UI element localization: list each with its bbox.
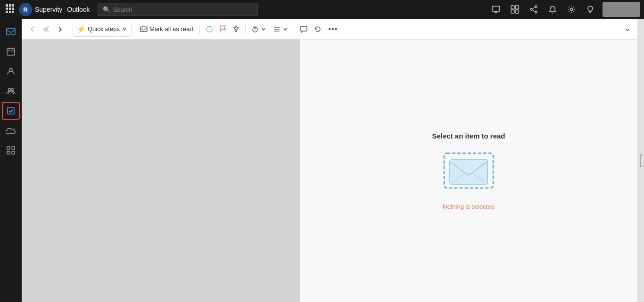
mark-read-icon xyxy=(140,25,148,33)
more-button[interactable]: ••• xyxy=(325,22,340,37)
top-bar: R Supervity Outlook 🔍 xyxy=(0,0,644,19)
bell-icon-btn[interactable] xyxy=(544,1,561,18)
profile-button[interactable] xyxy=(603,2,640,17)
sidebar xyxy=(0,19,22,302)
waffle-icon[interactable] xyxy=(4,2,16,17)
mark-all-label: Mark all as read xyxy=(149,25,193,33)
svg-line-20 xyxy=(532,10,535,12)
brand-avatar: R xyxy=(19,3,32,16)
flag-button[interactable] xyxy=(217,22,229,37)
select-item-text: Select an item to read xyxy=(432,132,505,140)
expand-button[interactable] xyxy=(621,22,634,37)
toolbar-sep-2 xyxy=(245,24,246,34)
top-bar-right xyxy=(487,1,640,18)
toolbar-sep-1 xyxy=(199,24,200,34)
sidebar-item-people[interactable] xyxy=(2,62,20,80)
toolbar-right xyxy=(621,22,634,37)
sidebar-item-tasks[interactable] xyxy=(2,102,20,120)
undo-icon xyxy=(314,25,322,33)
pin-icon xyxy=(233,25,239,33)
svg-rect-2 xyxy=(12,4,14,7)
toolbar-sep-3 xyxy=(294,24,294,34)
arrange-dropdown-icon xyxy=(282,26,288,32)
svg-rect-0 xyxy=(6,4,8,7)
svg-point-21 xyxy=(570,8,573,11)
gear-icon-btn[interactable] xyxy=(563,1,580,18)
svg-point-28 xyxy=(9,68,12,71)
sidebar-item-apps[interactable] xyxy=(2,141,20,159)
svg-rect-14 xyxy=(511,10,514,13)
snooze-button[interactable] xyxy=(248,22,269,37)
quick-steps-label: Quick steps xyxy=(88,25,120,33)
sidebar-item-calendar[interactable] xyxy=(2,42,20,60)
snooze-icon xyxy=(251,25,259,33)
svg-rect-31 xyxy=(8,107,14,114)
mail-illustration xyxy=(440,149,497,194)
more-icon: ••• xyxy=(328,25,338,33)
panels-row: Select an item to read N xyxy=(22,40,637,302)
flag-icon xyxy=(220,25,226,33)
reading-pane: Select an item to read N xyxy=(300,40,637,302)
svg-point-37 xyxy=(206,26,212,32)
chat-button[interactable] xyxy=(297,22,310,37)
left-panel xyxy=(22,40,300,302)
svg-point-16 xyxy=(535,6,537,8)
top-bar-left: R Supervity Outlook xyxy=(4,2,90,17)
grid-icon-btn[interactable] xyxy=(506,1,523,18)
svg-rect-24 xyxy=(7,49,15,55)
svg-rect-36 xyxy=(140,27,147,32)
sidebar-item-groups[interactable] xyxy=(2,82,20,100)
svg-rect-8 xyxy=(12,11,14,13)
main-layout: ⚡ Quick steps Mark all as read xyxy=(0,19,644,302)
lightbulb-icon-btn[interactable] xyxy=(582,1,599,18)
undo-button[interactable] xyxy=(311,22,324,37)
svg-rect-34 xyxy=(7,151,10,154)
svg-rect-5 xyxy=(12,8,14,10)
chat-icon xyxy=(300,25,307,33)
svg-rect-7 xyxy=(9,11,11,13)
svg-rect-6 xyxy=(6,11,8,13)
forward-button[interactable] xyxy=(54,22,67,37)
pin-button[interactable] xyxy=(230,22,242,37)
svg-rect-23 xyxy=(7,28,15,35)
svg-rect-33 xyxy=(12,147,15,149)
svg-point-18 xyxy=(535,11,537,13)
categorize-button[interactable] xyxy=(203,22,216,37)
svg-line-19 xyxy=(532,7,535,9)
toolbar: ⚡ Quick steps Mark all as read xyxy=(22,19,637,40)
monitor-icon-btn[interactable] xyxy=(487,1,504,18)
mark-all-read-button[interactable]: Mark all as read xyxy=(136,22,197,37)
svg-rect-42 xyxy=(300,26,307,31)
arrange-button[interactable] xyxy=(270,22,291,37)
svg-rect-44 xyxy=(450,160,487,184)
quick-steps-dropdown-icon xyxy=(122,26,127,32)
svg-rect-12 xyxy=(511,6,514,9)
nothing-selected-text: Nothing is selected xyxy=(443,203,495,210)
search-bar[interactable]: 🔍 xyxy=(98,3,258,16)
snooze-dropdown-icon xyxy=(261,26,266,32)
sidebar-item-onedrive[interactable] xyxy=(2,122,20,139)
svg-rect-13 xyxy=(515,6,519,9)
back-button[interactable] xyxy=(25,22,39,37)
expand-icon xyxy=(624,26,631,33)
categorize-icon xyxy=(206,25,213,33)
arrange-icon xyxy=(273,25,281,33)
svg-rect-32 xyxy=(7,147,10,149)
svg-rect-15 xyxy=(515,10,519,13)
svg-rect-35 xyxy=(12,151,15,154)
svg-rect-1 xyxy=(9,4,11,7)
sidebar-item-mail[interactable] xyxy=(2,23,20,41)
svg-point-17 xyxy=(530,8,532,10)
svg-rect-3 xyxy=(6,8,8,10)
share-icon-btn[interactable] xyxy=(525,1,542,18)
content-area: ⚡ Quick steps Mark all as read xyxy=(22,19,637,302)
quick-steps-button[interactable]: ⚡ Quick steps xyxy=(73,22,132,37)
app-name: Outlook xyxy=(67,6,90,13)
quick-steps-icon: ⚡ xyxy=(77,25,86,33)
prev-button[interactable] xyxy=(40,22,53,37)
search-icon: 🔍 xyxy=(103,6,110,13)
brand-name: Supervity xyxy=(35,6,62,13)
expand-handle[interactable] xyxy=(637,19,644,302)
search-input[interactable] xyxy=(113,6,253,13)
svg-rect-4 xyxy=(9,8,11,10)
